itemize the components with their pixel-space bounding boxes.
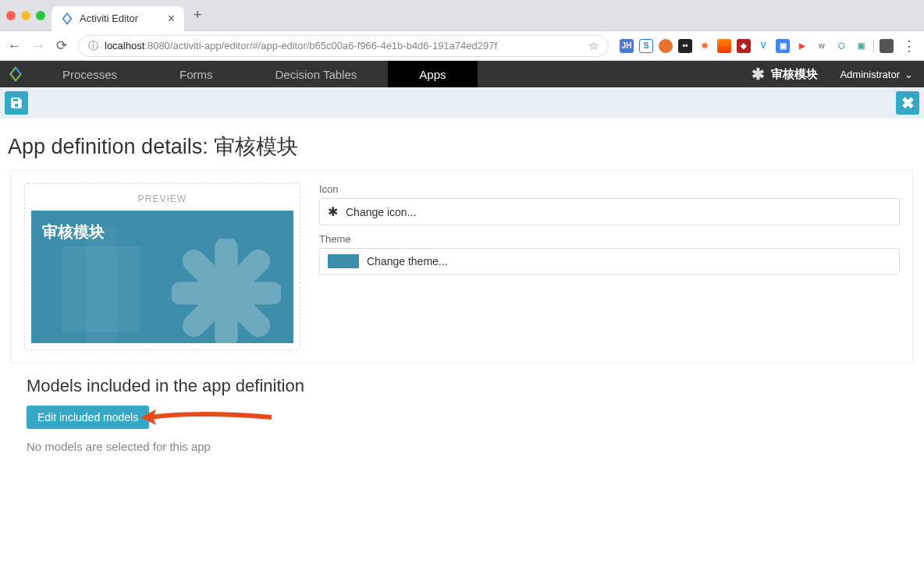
extension-icons: JH S •• ❋ ◆ V ▣ ▶ w ⬡ ▣ ⋮ bbox=[620, 37, 916, 55]
maximize-window[interactable] bbox=[36, 11, 45, 20]
change-theme-text: Change theme... bbox=[367, 255, 448, 268]
url-path: /activiti-app/editor/#/app-editor/b65c00… bbox=[170, 40, 497, 51]
ext-icon[interactable]: ◆ bbox=[737, 39, 751, 53]
ext-icon[interactable]: S bbox=[639, 39, 653, 53]
ext-icon[interactable]: JH bbox=[620, 39, 634, 53]
bookmark-star-icon[interactable]: ☆ bbox=[588, 39, 599, 53]
browser-tab[interactable]: Activiti Editor × bbox=[52, 6, 184, 31]
app-navbar: Processes Forms Decision Tables Apps ✱ 审… bbox=[0, 61, 924, 87]
window-controls bbox=[6, 11, 45, 20]
close-icon: ✖ bbox=[901, 94, 915, 112]
separator bbox=[873, 39, 874, 53]
ext-icon[interactable]: w bbox=[815, 39, 829, 53]
tile-asterisk-icon bbox=[172, 239, 281, 343]
activiti-logo-icon bbox=[8, 66, 23, 82]
nav-decision-tables[interactable]: Decision Tables bbox=[244, 61, 389, 87]
asterisk-icon: ✱ bbox=[752, 65, 765, 83]
no-models-message: No models are selected for this app bbox=[27, 440, 897, 453]
ext-icon[interactable]: ❋ bbox=[698, 39, 712, 53]
profile-avatar[interactable] bbox=[880, 39, 894, 53]
edit-included-models-button[interactable]: Edit included models bbox=[27, 406, 149, 429]
theme-label: Theme bbox=[319, 233, 900, 245]
reload-button[interactable]: ⟳ bbox=[56, 37, 67, 54]
chevron-down-icon: ⌄ bbox=[904, 69, 913, 80]
forward-button: → bbox=[32, 38, 45, 54]
config-column: Icon ✱ Change icon... Theme Change theme… bbox=[319, 183, 900, 282]
preview-column: PREVIEW 审核模块 bbox=[24, 183, 300, 350]
theme-swatch bbox=[328, 254, 359, 268]
ext-icon[interactable]: V bbox=[756, 39, 770, 53]
page-title: App definition details: 审核模块 bbox=[0, 119, 924, 170]
site-info-icon[interactable]: ⓘ bbox=[88, 39, 98, 53]
preview-label: PREVIEW bbox=[31, 190, 293, 211]
change-icon-button[interactable]: ✱ Change icon... bbox=[319, 198, 900, 225]
ext-icon[interactable]: ▣ bbox=[854, 39, 868, 53]
url-host: localhost bbox=[105, 40, 144, 51]
activiti-favicon bbox=[61, 12, 73, 25]
ext-icon[interactable] bbox=[659, 39, 673, 53]
content-card: PREVIEW 审核模块 Icon ✱ Change icon... Theme… bbox=[11, 170, 913, 363]
back-button[interactable]: ← bbox=[8, 38, 21, 54]
ext-icon[interactable]: •• bbox=[678, 39, 692, 53]
editor-toolbar: ✖ bbox=[0, 87, 924, 119]
ext-icon[interactable] bbox=[717, 39, 731, 53]
ext-icon[interactable]: ⬡ bbox=[834, 39, 848, 53]
save-icon bbox=[9, 96, 23, 110]
browser-menu-icon[interactable]: ⋮ bbox=[902, 37, 916, 55]
nav-processes[interactable]: Processes bbox=[31, 61, 148, 87]
ext-icon[interactable]: ▶ bbox=[795, 39, 809, 53]
new-tab-button[interactable]: + bbox=[194, 7, 202, 23]
nav-apps[interactable]: Apps bbox=[388, 61, 477, 87]
minimize-window[interactable] bbox=[21, 11, 30, 20]
models-section: Models included in the app definition Ed… bbox=[0, 363, 924, 466]
preview-box: PREVIEW 审核模块 bbox=[24, 183, 300, 350]
browser-tab-bar: Activiti Editor × + bbox=[0, 0, 924, 31]
close-tab-icon[interactable]: × bbox=[168, 12, 175, 25]
change-theme-button[interactable]: Change theme... bbox=[319, 248, 900, 275]
current-app-label: ✱ 审核模块 bbox=[741, 61, 829, 87]
models-section-title: Models included in the app definition bbox=[27, 376, 897, 396]
admin-label: Administrator bbox=[840, 69, 900, 80]
user-menu[interactable]: Administrator ⌄ bbox=[829, 61, 924, 87]
app-logo[interactable] bbox=[0, 61, 31, 87]
url-input[interactable]: ⓘ localhost:8080/activiti-app/editor/#/a… bbox=[78, 35, 609, 57]
asterisk-icon: ✱ bbox=[328, 204, 338, 219]
app-name: 审核模块 bbox=[771, 67, 818, 82]
app-preview-tile: 审核模块 bbox=[31, 211, 293, 343]
close-editor-button[interactable]: ✖ bbox=[896, 91, 919, 115]
icon-label: Icon bbox=[319, 183, 900, 195]
tab-title: Activiti Editor bbox=[80, 12, 138, 24]
ext-icon[interactable]: ▣ bbox=[776, 39, 790, 53]
change-icon-text: Change icon... bbox=[346, 206, 416, 218]
nav-forms[interactable]: Forms bbox=[148, 61, 244, 87]
save-button[interactable] bbox=[5, 91, 28, 115]
browser-address-bar: ← → ⟳ ⓘ localhost:8080/activiti-app/edit… bbox=[0, 31, 924, 61]
url-port: :8080 bbox=[144, 40, 170, 51]
close-window[interactable] bbox=[6, 11, 16, 20]
